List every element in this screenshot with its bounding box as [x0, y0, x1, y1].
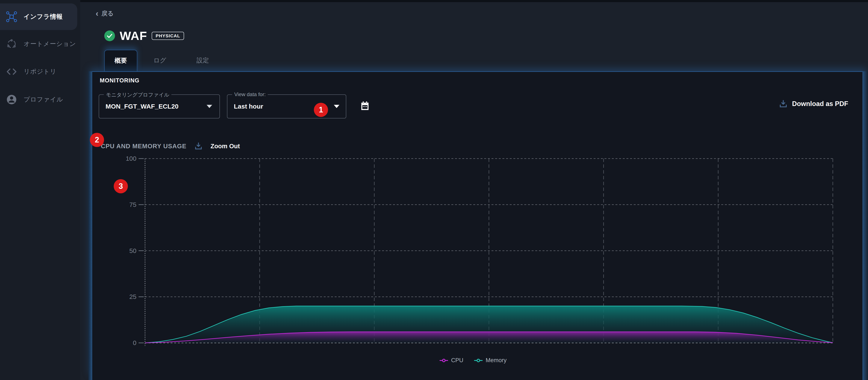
- monitoring-profile-value: MON_FGT_WAF_ECL20: [105, 103, 179, 110]
- view-data-label: View data for:: [232, 91, 268, 97]
- status-check-icon: [104, 30, 115, 41]
- download-chart-icon[interactable]: [194, 141, 203, 151]
- title-row: WAF PHYSICAL: [104, 29, 184, 43]
- chart-header: CPU AND MEMORY USAGE Zoom Out: [101, 141, 240, 151]
- legend-item-memory[interactable]: Memory: [474, 357, 507, 364]
- sidebar-item-automation[interactable]: オートメーション: [0, 33, 77, 55]
- legend-label: CPU: [451, 357, 463, 364]
- sidebar-item-repository[interactable]: リポジトリ: [0, 61, 77, 83]
- chevron-down-icon: [334, 105, 339, 108]
- legend-label: Memory: [486, 357, 507, 364]
- sidebar-item-label: リポジトリ: [24, 67, 56, 76]
- monitoring-profile-select[interactable]: モニタリングプロファイル MON_FGT_WAF_ECL20: [99, 94, 220, 119]
- download-pdf-label: Download as PDF: [792, 100, 848, 108]
- network-icon: [6, 11, 17, 22]
- download-icon: [779, 99, 788, 108]
- tab-log[interactable]: ログ: [146, 50, 174, 71]
- sidebar-item-label: インフラ情報: [24, 12, 63, 21]
- top-strip: [0, 0, 868, 2]
- view-data-range-select[interactable]: View data for: Last hour: [227, 94, 346, 119]
- panel-right-border: [862, 71, 868, 380]
- download-pdf-button[interactable]: Download as PDF: [779, 99, 848, 108]
- monitoring-section-title: MONITORING: [100, 77, 140, 84]
- sidebar-item-label: プロファイル: [24, 95, 63, 104]
- user-icon: [6, 94, 17, 105]
- annotation-badge-2: 2: [90, 133, 104, 147]
- tab-overview[interactable]: 概要: [104, 50, 137, 71]
- svg-text:75: 75: [129, 201, 136, 208]
- sidebar-item-label: オートメーション: [24, 40, 76, 48]
- calendar-icon[interactable]: [360, 100, 370, 113]
- svg-text:100: 100: [126, 155, 136, 162]
- panel-left-border: [88, 71, 92, 380]
- legend-item-cpu[interactable]: CPU: [440, 357, 463, 364]
- code-icon: [6, 66, 17, 77]
- chart-legend: CPUMemory: [440, 357, 507, 364]
- legend-marker-icon: [440, 359, 448, 362]
- automation-icon: [6, 38, 17, 50]
- back-label: 戻る: [101, 9, 114, 18]
- svg-text:50: 50: [129, 247, 136, 254]
- annotation-badge-3: 3: [114, 179, 128, 193]
- back-link[interactable]: ‹ 戻る: [96, 9, 114, 18]
- chart-title: CPU AND MEMORY USAGE: [101, 143, 186, 150]
- type-badge: PHYSICAL: [152, 32, 184, 40]
- zoom-out-button[interactable]: Zoom Out: [211, 143, 240, 150]
- monitoring-profile-label: モニタリングプロファイル: [104, 91, 172, 98]
- sidebar-item-infra[interactable]: インフラ情報: [0, 3, 77, 30]
- chevron-left-icon: ‹: [96, 10, 98, 17]
- cpu-memory-chart[interactable]: 0255075100: [120, 152, 841, 348]
- annotation-badge-1: 1: [314, 103, 328, 117]
- chevron-down-icon: [207, 105, 212, 108]
- sidebar-item-profile[interactable]: プロファイル: [0, 88, 77, 111]
- page-title: WAF: [120, 29, 147, 43]
- tab-settings[interactable]: 設定: [189, 50, 217, 71]
- sidebar: インフラ情報オートメーションリポジトリプロファイル: [0, 0, 80, 380]
- legend-marker-icon: [474, 359, 483, 362]
- view-data-value: Last hour: [234, 103, 263, 110]
- svg-text:0: 0: [133, 339, 136, 346]
- svg-text:25: 25: [129, 293, 136, 300]
